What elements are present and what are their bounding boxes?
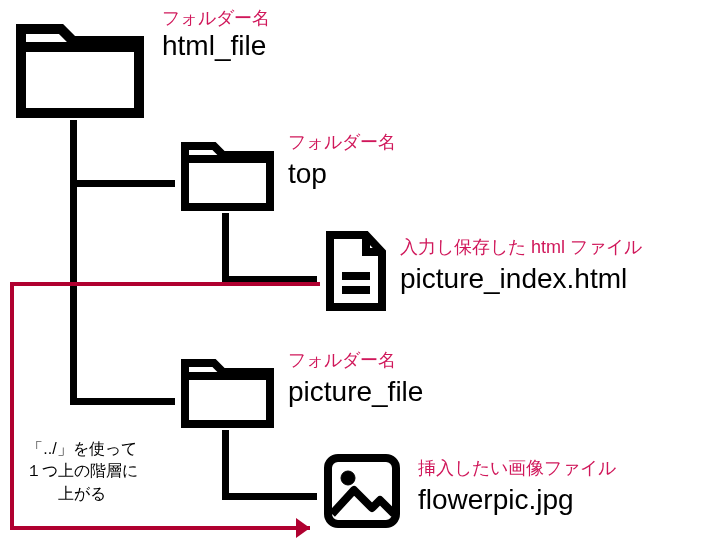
top-folder-name: top (288, 158, 327, 190)
svg-rect-2 (328, 458, 396, 524)
image-file-annotation: 挿入したい画像ファイル (418, 456, 616, 480)
root-folder-name: html_file (162, 30, 266, 62)
image-file-name: flowerpic.jpg (418, 484, 574, 516)
tree-line (222, 430, 229, 500)
html-file-annotation: 入力し保存した html ファイル (400, 235, 642, 259)
picture-folder-name: picture_file (288, 376, 423, 408)
folder-icon (15, 15, 145, 120)
folder-icon (180, 352, 275, 430)
arrow-note: 「../」を使って １つ上の階層に 上がる (12, 438, 152, 505)
file-icon (322, 230, 390, 312)
html-file-name: picture_index.html (400, 263, 627, 295)
root-folder-annotation: フォルダー名 (162, 6, 270, 30)
tree-line (222, 276, 317, 283)
tree-line (70, 398, 175, 405)
top-folder-annotation: フォルダー名 (288, 130, 396, 154)
arrow-note-line3: 上がる (58, 485, 106, 502)
arrow-note-line2: １つ上の階層に (26, 462, 138, 479)
arrow-note-line1: 「../」を使って (27, 440, 136, 457)
svg-point-3 (341, 471, 355, 485)
tree-line (222, 213, 229, 283)
picture-folder-annotation: フォルダー名 (288, 348, 396, 372)
folder-icon (180, 135, 275, 213)
tree-line (70, 180, 175, 187)
image-icon (322, 452, 402, 530)
diagram-stage: フォルダー名 html_file フォルダー名 top 入力し保存した html… (0, 0, 708, 554)
tree-line (70, 120, 77, 405)
tree-line (222, 493, 317, 500)
